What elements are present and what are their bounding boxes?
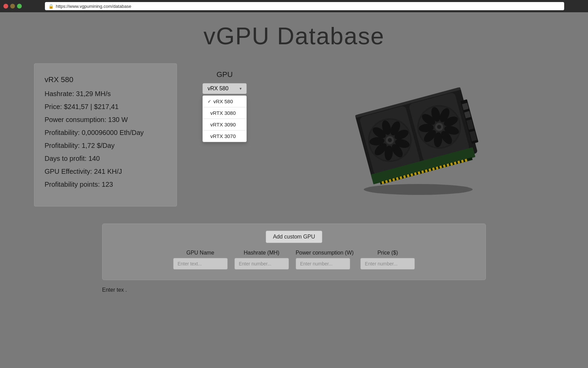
price-field-group: Price ($) <box>360 250 415 270</box>
address-bar[interactable]: 🔒 https://www.vgpumining.com/database <box>45 2 564 10</box>
close-button[interactable] <box>3 4 8 9</box>
chevron-down-icon: ▾ <box>240 86 242 91</box>
enter-text-label: Enter tex . <box>102 287 127 293</box>
gpu-name: vRX 580 <box>45 74 166 85</box>
days-to-profit-text: Days to profit: 140 <box>45 153 166 164</box>
gpu-image <box>345 67 481 196</box>
gpu-name-input[interactable] <box>173 258 228 270</box>
gpu-selector-label: GPU <box>216 70 233 79</box>
gpu-selector-area: GPU vRX 580 ▾ vRX 580 vRTX 3080 vRTX 309… <box>191 70 259 206</box>
power-field-group: Power consumption (W) <box>296 250 354 270</box>
hashrate-field-group: Hashrate (MH) <box>234 250 289 270</box>
power-text: Power consumption: 130 W <box>45 114 166 125</box>
minimize-button[interactable] <box>10 4 15 9</box>
profitability-points-text: Profitability points: 123 <box>45 179 166 189</box>
gpu-image-area <box>272 57 554 206</box>
gpu-name-label: GPU Name <box>173 250 228 256</box>
page-content: vGPU Database vRX 580 Hashrate: 31,29 MH… <box>0 12 588 300</box>
price-label: Price ($) <box>360 250 415 256</box>
gpu-dropdown-button[interactable]: vRX 580 ▾ <box>202 83 247 94</box>
add-custom-gpu-section: Add custom GPU GPU Name Hashrate (MH) Po… <box>102 224 486 280</box>
hashrate-label: Hashrate (MH) <box>234 250 289 256</box>
maximize-button[interactable] <box>17 4 22 9</box>
custom-gpu-fields: GPU Name Hashrate (MH) Power consumption… <box>113 250 475 270</box>
dropdown-item-vrx580[interactable]: vRX 580 <box>203 96 246 107</box>
power-label: Power consumption (W) <box>296 250 354 256</box>
profitability-usd-text: Profitability: 1,72 $/Day <box>45 140 166 151</box>
dropdown-item-vrtx3070[interactable]: vRTX 3070 <box>203 131 246 142</box>
hashrate-input[interactable] <box>234 258 289 270</box>
page-title: vGPU Database <box>0 22 588 50</box>
dropdown-item-vrtx3080[interactable]: vRTX 3080 <box>203 107 246 119</box>
price-input[interactable] <box>360 258 415 270</box>
dropdown-item-vrtx3090[interactable]: vRTX 3090 <box>203 119 246 131</box>
browser-chrome: 🔒 https://www.vgpumining.com/database <box>0 0 588 12</box>
gpu-name-field-group: GPU Name <box>173 250 228 270</box>
lock-icon: 🔒 <box>48 4 54 9</box>
gpu-dropdown-menu: vRX 580 vRTX 3080 vRTX 3090 vRTX 3070 <box>202 95 247 142</box>
profitability-eth-text: Profitability: 0,00096000 Eth/Day <box>45 127 166 138</box>
power-input[interactable] <box>296 258 350 270</box>
gpu-info-card: vRX 580 Hashrate: 31,29 MH/s Price: $241… <box>34 63 177 206</box>
price-text: Price: $241,57 | $217,41 <box>45 102 166 112</box>
effectivity-text: GPU Effectivity: 241 KH/J <box>45 166 166 177</box>
bottom-text-area: Enter tex . <box>102 287 486 293</box>
add-custom-gpu-button[interactable]: Add custom GPU <box>266 231 322 243</box>
hashrate-text: Hashrate: 31,29 MH/s <box>45 89 166 99</box>
main-content: vRX 580 Hashrate: 31,29 MH/s Price: $241… <box>34 63 554 206</box>
gpu-selected-value: vRX 580 <box>208 86 228 92</box>
traffic-lights <box>3 4 22 9</box>
url-text: https://www.vgpumining.com/database <box>56 4 131 9</box>
svg-point-61 <box>364 184 473 195</box>
